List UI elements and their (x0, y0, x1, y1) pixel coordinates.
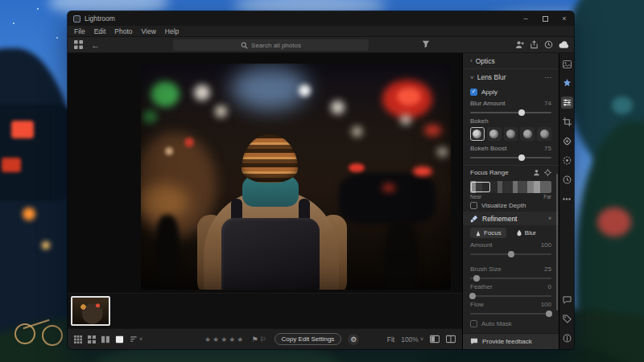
blur-brush-button[interactable]: Blur (511, 228, 541, 238)
sync-status-icon[interactable] (544, 40, 553, 49)
healing-rail-icon[interactable] (561, 135, 573, 147)
presets-rail-icon[interactable] (561, 77, 573, 89)
bokeh-ring-icon (523, 130, 532, 138)
house-silhouette (0, 105, 72, 201)
auto-mask-checkbox[interactable] (470, 320, 477, 327)
sort-menu[interactable]: ˅ (130, 335, 142, 343)
search-input[interactable]: Search all photos (173, 39, 369, 51)
flag-controls[interactable]: ⚑⚐ (251, 335, 267, 343)
show-original-icon[interactable] (430, 335, 440, 343)
auto-mask-row[interactable]: Auto Mask (463, 318, 559, 330)
point-focus-icon[interactable] (544, 169, 551, 176)
refinement-section-header[interactable]: Refinement ˅ (463, 212, 559, 225)
titlebar[interactable]: Lightroom – × (68, 11, 574, 26)
top-toolbar: ← Search all photos (68, 37, 574, 53)
subject-focus-icon[interactable] (533, 169, 540, 176)
zoom-level-dropdown[interactable]: 100% ˅ (401, 335, 423, 343)
keywords-rail-icon[interactable] (561, 313, 573, 325)
provide-feedback-button[interactable]: Provide feedback (463, 333, 559, 349)
blur-amount-label: Blur Amount (470, 100, 506, 107)
apply-checkbox[interactable]: ✓ (470, 88, 477, 96)
depth-selection[interactable] (471, 182, 490, 192)
lens-blur-label: Lens Blur (477, 73, 506, 81)
photo-canvas[interactable] (68, 53, 462, 293)
filmstrip-thumbnail-selected[interactable] (71, 296, 110, 326)
detail-view-icon[interactable] (115, 335, 124, 343)
split-view-icon[interactable] (446, 335, 456, 343)
optics-label: Optics (476, 57, 495, 65)
star-rating[interactable]: ★★★★★ (204, 335, 245, 343)
bokeh-white (194, 84, 210, 101)
compare-view-icon[interactable] (101, 335, 109, 343)
chevron-right-icon: › (470, 57, 473, 64)
filter-icon[interactable] (422, 40, 430, 48)
amount-slider[interactable] (470, 249, 551, 258)
more-tools-rail-icon[interactable] (561, 193, 573, 205)
zoom-fit-button[interactable]: Fit (387, 335, 394, 343)
bokeh-bubble-button[interactable] (487, 127, 502, 141)
grid-large-view-icon[interactable] (88, 335, 96, 343)
grid-view-icon[interactable] (74, 40, 83, 49)
minimize-button[interactable]: – (516, 11, 535, 26)
menu-help[interactable]: Help (165, 27, 179, 35)
versions-rail-icon[interactable] (561, 174, 573, 186)
red-beanie-person (184, 138, 194, 147)
blur-amount-slider[interactable] (470, 108, 551, 117)
main-photo[interactable] (141, 64, 451, 290)
menu-photo[interactable]: Photo (114, 27, 132, 35)
masking-rail-icon[interactable] (561, 154, 573, 167)
panel-scrollbar[interactable] (556, 174, 558, 311)
activity-rail-icon[interactable] (561, 294, 573, 306)
brush-size-slider[interactable] (470, 274, 551, 282)
visualize-depth-checkbox[interactable] (470, 202, 477, 209)
share-icon[interactable] (530, 40, 539, 49)
maximize-button[interactable] (535, 11, 555, 26)
menu-file[interactable]: File (74, 27, 85, 35)
filmstrip[interactable] (68, 293, 462, 328)
edit-rail-icon-selected[interactable] (561, 97, 573, 109)
bokeh-boost-label: Bokeh Boost (470, 145, 506, 152)
chevron-down-icon: ˅ (420, 336, 423, 342)
crop-rail-icon[interactable] (561, 116, 573, 128)
focus-brush-button[interactable]: Focus (470, 228, 506, 238)
window-title: Lightroom (85, 14, 115, 23)
bokeh-blade-button[interactable] (504, 127, 518, 141)
bokeh-ring-button[interactable] (520, 127, 535, 141)
copy-edit-settings-button[interactable]: Copy Edit Settings (275, 333, 342, 345)
blur-brush-label: Blur (525, 229, 536, 237)
visualize-depth-row[interactable]: Visualize Depth (463, 200, 559, 212)
focus-brush-label: Focus (484, 229, 502, 237)
focus-brush-icon (475, 230, 481, 237)
overflow-menu-icon[interactable]: ⋯ (545, 73, 552, 81)
apply-row[interactable]: ✓ Apply (463, 85, 559, 98)
menu-edit[interactable]: Edit (94, 27, 106, 35)
blur-brush-icon (516, 229, 522, 237)
menu-view[interactable]: View (142, 27, 156, 35)
lamp-glow (42, 241, 50, 249)
foliage-light (612, 97, 633, 114)
close-icon: × (562, 14, 566, 23)
feather-slider[interactable] (470, 291, 551, 300)
sort-icon (130, 335, 138, 343)
lens-blur-section-header[interactable]: ˅ Lens Blur ⋯ (463, 69, 559, 85)
cloud-icon[interactable] (559, 40, 569, 49)
add-people-icon[interactable] (515, 40, 524, 49)
flow-slider[interactable] (470, 309, 551, 318)
info-rail-icon[interactable] (561, 332, 573, 344)
bokeh-blade-icon (506, 130, 515, 138)
depth-range-strip[interactable] (470, 181, 551, 193)
back-arrow-icon[interactable]: ← (91, 40, 100, 50)
optics-section-header[interactable]: › Optics (463, 53, 559, 69)
bottom-toolbar: ˅ ★★★★★ ⚑⚐ Copy Edit Settings ⚙ Fit 100%… (68, 328, 462, 349)
photos-rail-icon[interactable] (561, 58, 573, 70)
chevron-down-icon: ˅ (470, 74, 474, 81)
bokeh-cateye-button[interactable] (537, 127, 551, 141)
bokeh-boost-value: 75 (544, 145, 551, 152)
settings-gear-button[interactable]: ⚙ (348, 334, 359, 345)
figure-backpack (221, 218, 320, 290)
bokeh-boost-slider[interactable] (470, 153, 551, 162)
bokeh-green (142, 110, 157, 123)
close-button[interactable]: × (555, 11, 574, 26)
grid-small-view-icon[interactable] (74, 335, 82, 343)
bokeh-circle-button[interactable] (470, 127, 485, 141)
